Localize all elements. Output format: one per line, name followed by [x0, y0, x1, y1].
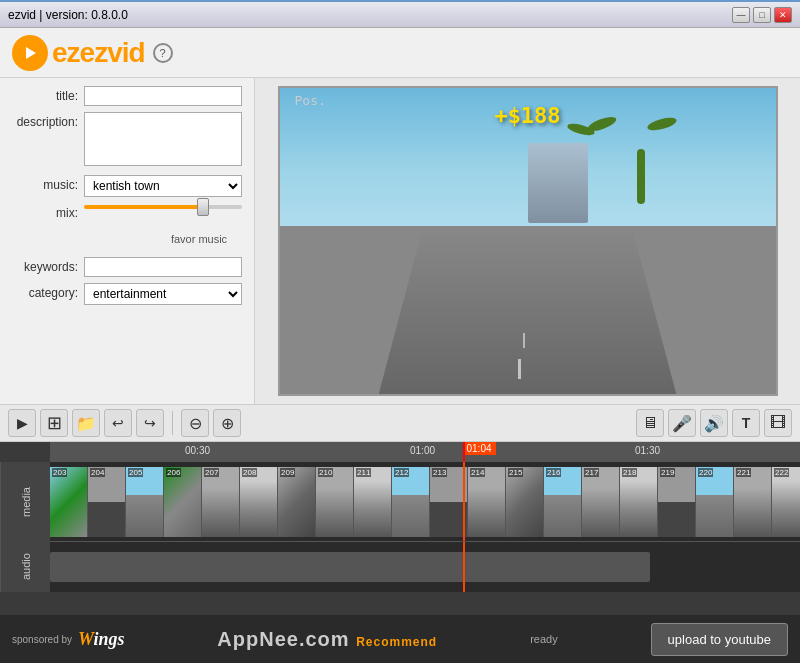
timeline-thumbnail[interactable]: 222 — [772, 467, 800, 537]
status-text: ready — [530, 633, 558, 645]
main-window: ezezvid ? title: description: — [0, 28, 800, 663]
timeline-thumbnail[interactable]: 204 — [88, 467, 126, 537]
music-row: music: kentish town none track 1 track 2 — [12, 175, 242, 197]
help-button[interactable]: ? — [153, 43, 173, 63]
timeline-thumbnail[interactable]: 207 — [202, 467, 240, 537]
timeline-content: media audio 2032042052062072082092102112… — [0, 462, 800, 615]
play-button[interactable]: ▶ — [8, 409, 36, 437]
zoom-in-button[interactable]: ⊕ — [213, 409, 241, 437]
timeline-thumbnail[interactable]: 215 — [506, 467, 544, 537]
speaker-button[interactable]: 🔊 — [700, 409, 728, 437]
ruler-mark-100: 01:00 — [410, 445, 435, 456]
keywords-label: keywords: — [12, 257, 84, 274]
timeline-tracks: 2032042052062072082092102112122132142152… — [50, 462, 800, 615]
media-track[interactable]: 2032042052062072082092102112122132142152… — [50, 462, 800, 542]
toolbar: ▶ ⊞ 📁 ↩ ↪ ⊖ ⊕ 🖥 🎤 🔊 T 🎞 — [0, 404, 800, 442]
timeline-thumbnail[interactable]: 219 — [658, 467, 696, 537]
text-button[interactable]: T — [732, 409, 760, 437]
category-select[interactable]: entertainment education gaming music new… — [84, 283, 242, 305]
timeline-area: 00:30 01:00 01:04 01:30 media audio 2032… — [0, 442, 800, 615]
pos-text: Pos. — [295, 93, 326, 108]
mix-row: mix: — [12, 203, 242, 225]
music-label: music: — [12, 175, 84, 192]
title-label: title: — [12, 86, 84, 103]
timeline-thumbnail[interactable]: 212 — [392, 467, 430, 537]
title-bar-controls: — □ ✕ — [732, 7, 792, 23]
description-textarea[interactable] — [84, 112, 242, 166]
title-bar: ezvid | version: 0.8.0.0 — □ ✕ — [0, 0, 800, 28]
category-row: category: entertainment education gaming… — [12, 283, 242, 305]
timeline-thumbnail[interactable]: 210 — [316, 467, 354, 537]
ruler-mark-30: 00:30 — [185, 445, 210, 456]
media-playhead — [463, 462, 465, 541]
form-panel: title: description: music: — [0, 78, 255, 404]
mix-label: mix: — [12, 203, 84, 220]
toolbar-separator — [172, 411, 173, 435]
toolbar-right: 🖥 🎤 🔊 T 🎞 — [636, 409, 792, 437]
logo-bar: ezezvid ? — [0, 28, 800, 78]
add-image-button[interactable]: ⊞ — [40, 409, 68, 437]
microphone-button[interactable]: 🎤 — [668, 409, 696, 437]
timeline-thumbnail[interactable]: 208 — [240, 467, 278, 537]
maximize-button[interactable]: □ — [753, 7, 771, 23]
ezvid-logo-text: ezezvid — [52, 37, 145, 69]
description-label: description: — [12, 112, 84, 129]
open-folder-button[interactable]: 📁 — [72, 409, 100, 437]
film-button[interactable]: 🎞 — [764, 409, 792, 437]
keywords-input[interactable] — [84, 257, 242, 277]
sponsor-area: sponsored by Wings — [12, 629, 124, 650]
undo-button[interactable]: ↩ — [104, 409, 132, 437]
score-text: +$188 — [494, 103, 560, 128]
timeline-labels: media audio — [0, 462, 50, 615]
zoom-out-button[interactable]: ⊖ — [181, 409, 209, 437]
category-label: category: — [12, 283, 84, 300]
mix-slider-track — [84, 205, 242, 209]
road-surface — [379, 226, 677, 394]
upload-youtube-button[interactable]: upload to youtube — [651, 623, 788, 656]
svg-marker-0 — [26, 47, 36, 59]
media-track-label: media — [0, 462, 50, 542]
title-input[interactable] — [84, 86, 242, 106]
title-row: title: — [12, 86, 242, 106]
top-area: ezezvid ? title: description: — [0, 28, 800, 404]
ruler-playhead — [463, 442, 465, 462]
keywords-row: keywords: — [12, 257, 242, 277]
timeline-thumbnail[interactable]: 205 — [126, 467, 164, 537]
ruler-mark-104: 01:04 — [463, 442, 496, 455]
thumbnail-strip: 2032042052062072082092102112122132142152… — [50, 467, 800, 537]
minimize-button[interactable]: — — [732, 7, 750, 23]
timeline-ruler: 00:30 01:00 01:04 01:30 — [50, 442, 800, 462]
timeline-thumbnail[interactable]: 209 — [278, 467, 316, 537]
ruler-mark-130: 01:30 — [635, 445, 660, 456]
close-button[interactable]: ✕ — [774, 7, 792, 23]
audio-track-label: audio — [0, 542, 50, 592]
sponsor-logo: Wings — [78, 629, 124, 650]
timeline-thumbnail[interactable]: 206 — [164, 467, 202, 537]
timeline-thumbnail[interactable]: 220 — [696, 467, 734, 537]
watermark: AppNee.com Recommend — [217, 628, 437, 651]
music-select[interactable]: kentish town none track 1 track 2 — [84, 175, 242, 197]
timeline-thumbnail[interactable]: 218 — [620, 467, 658, 537]
timeline-thumbnail[interactable]: 214 — [468, 467, 506, 537]
timeline-thumbnail[interactable]: 221 — [734, 467, 772, 537]
redo-button[interactable]: ↪ — [136, 409, 164, 437]
timeline-thumbnail[interactable]: 211 — [354, 467, 392, 537]
ezvid-logo-icon — [12, 35, 48, 71]
video-preview-image: +$188 Pos. — [280, 88, 776, 394]
audio-playhead — [463, 542, 465, 592]
audio-bar — [50, 552, 650, 582]
preview-panel: +$188 Pos. — [255, 78, 800, 404]
bottom-bar: sponsored by Wings AppNee.com Recommend … — [0, 615, 800, 663]
timeline-thumbnail[interactable]: 203 — [50, 467, 88, 537]
description-row: description: — [12, 112, 242, 169]
sponsor-text: sponsored by — [12, 634, 72, 645]
audio-track[interactable] — [50, 542, 800, 592]
content-area: title: description: music: — [0, 78, 800, 404]
title-bar-text: ezvid | version: 0.8.0.0 — [8, 8, 128, 22]
video-preview: +$188 Pos. — [278, 86, 778, 396]
monitor-button[interactable]: 🖥 — [636, 409, 664, 437]
mix-slider-thumb[interactable] — [197, 198, 209, 216]
timeline-thumbnail[interactable]: 216 — [544, 467, 582, 537]
timeline-thumbnail[interactable]: 217 — [582, 467, 620, 537]
